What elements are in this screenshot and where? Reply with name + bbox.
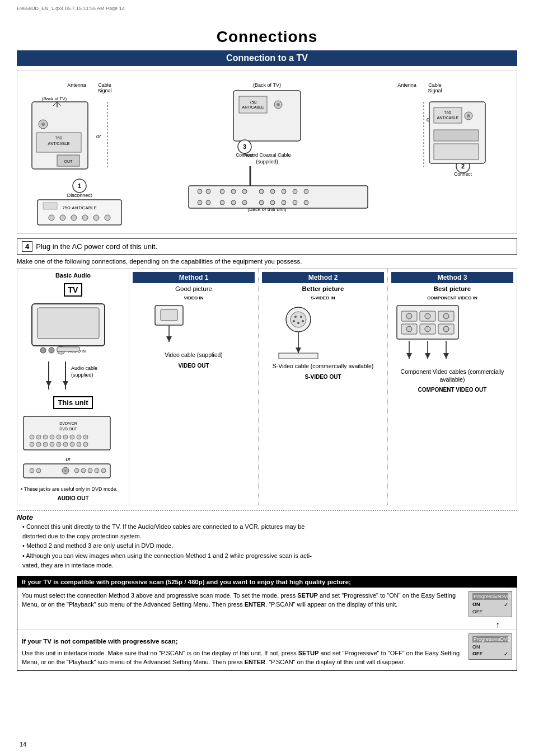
method3-output-label: COMPONENT VIDEO OUT	[391, 387, 513, 393]
svg-point-121	[81, 468, 86, 473]
svg-point-133	[293, 320, 295, 322]
svg-rect-86	[57, 347, 79, 351]
svg-text:(supplied): (supplied)	[71, 372, 93, 378]
svg-point-50	[198, 189, 202, 194]
note-line-4: • Although you can view images when usin…	[22, 552, 517, 560]
method1-header: Method 1	[133, 272, 255, 283]
svg-point-26	[105, 215, 110, 220]
svg-text:Signal: Signal	[97, 88, 111, 93]
svg-point-113	[83, 442, 88, 447]
svg-point-132	[300, 316, 302, 318]
svg-point-68	[293, 200, 297, 205]
svg-text:2: 2	[461, 163, 465, 170]
method3-input-label: COMPONENT VIDEO IN	[391, 295, 513, 300]
method3-quality: Best picture	[391, 285, 513, 292]
svg-text:DVD OUT: DVD OUT	[59, 427, 77, 431]
svg-point-22	[60, 215, 65, 220]
svg-point-104	[83, 435, 88, 439]
svg-marker-128	[166, 336, 172, 342]
svg-point-53	[231, 189, 236, 194]
menu1-on-check: ✓	[504, 602, 508, 608]
audio-cable-svg: Audio cable (supplied)	[21, 359, 116, 392]
svg-point-25	[93, 215, 99, 220]
svg-point-107	[43, 442, 48, 447]
svg-point-101	[63, 435, 68, 439]
svg-point-58	[293, 189, 297, 194]
svg-text:Cable: Cable	[428, 82, 442, 88]
svg-point-23	[71, 215, 77, 220]
svg-text:Signal: Signal	[428, 88, 442, 93]
svg-rect-27	[43, 203, 57, 209]
svg-point-61	[206, 200, 210, 205]
tv-label: TV	[64, 283, 83, 297]
method1-output-label: VIDEO OUT	[133, 363, 255, 369]
this-unit-device-svg: DVD/VCR DVD OUT	[21, 414, 116, 481]
diagram-antenna-label1: Antenna	[67, 82, 86, 88]
svg-marker-89	[46, 381, 51, 387]
arrow-indicator: ↑	[17, 621, 517, 630]
note-title: Note	[17, 513, 33, 522]
svg-point-130	[291, 312, 306, 327]
svg-point-116	[30, 468, 34, 473]
svg-text:Cable: Cable	[98, 82, 111, 88]
svg-point-66	[270, 200, 275, 205]
svg-point-57	[282, 189, 286, 194]
svg-marker-156	[425, 353, 430, 359]
prog-setup-bold: SETUP	[297, 592, 318, 599]
menu2-off-check: ✓	[504, 651, 508, 657]
svg-point-64	[242, 200, 247, 205]
svg-rect-49	[189, 186, 368, 208]
method2-input-label: S-VIDEO IN	[262, 295, 384, 300]
progressive-body-incompatible: If your TV is not compatible with progre…	[17, 630, 517, 670]
method3-component-svg	[391, 303, 464, 364]
svg-point-97	[36, 435, 41, 439]
audio-out-label: AUDIO OUT	[21, 495, 125, 501]
svg-rect-80	[38, 308, 99, 339]
page-number: 14	[20, 741, 26, 748]
jacks-note: • These jacks are useful only in DVD mod…	[21, 486, 125, 493]
svg-point-24	[82, 215, 88, 220]
note-line-3: • Method 2 and method 3 are only useful …	[22, 542, 517, 550]
method1-column: Method 1 Good picture VIDEO IN Video cab…	[129, 269, 259, 505]
svg-point-103	[77, 435, 81, 439]
svg-point-65	[259, 200, 264, 205]
svg-rect-126	[161, 309, 177, 321]
svg-text:or: or	[66, 456, 72, 462]
svg-text:ANT/CABLE: ANT/CABLE	[242, 105, 264, 109]
this-unit-label: This unit	[53, 396, 92, 409]
svg-point-52	[220, 189, 224, 194]
method2-column: Method 2 Better picture S-VIDEO IN	[259, 269, 388, 505]
svg-point-151	[443, 326, 449, 332]
svg-rect-138	[279, 353, 318, 359]
connection-diagram-svg: Antenna Cable Signal (Back of TV) 75Ω AN…	[26, 77, 508, 228]
svg-point-60	[198, 200, 202, 205]
method2-cable-label: S-Video cable (commercially available)	[262, 363, 384, 370]
note-line-1: • Connect this unit directly to the TV. …	[22, 523, 517, 531]
step4-instruction: 4 Plug in the AC power cord of this unit…	[17, 238, 517, 255]
progressive-compatible-text: You must select the connection Method 3 …	[22, 591, 463, 609]
svg-point-55	[259, 189, 264, 194]
svg-point-69	[304, 200, 308, 205]
svg-point-131	[294, 316, 297, 318]
svg-point-135	[302, 320, 304, 322]
method3-cable-label: Component Video cables (commercially ava…	[391, 368, 513, 383]
svg-text:Antenna: Antenna	[397, 82, 416, 88]
svg-point-106	[36, 442, 41, 447]
svg-point-117	[36, 468, 41, 473]
svg-text:(Back of TV): (Back of TV)	[42, 96, 67, 101]
prog-setup-bold2: SETUP	[298, 650, 319, 656]
svg-text:Audio cable: Audio cable	[71, 365, 97, 371]
progressive-menu-on: Progressive DVD ON ✓ OFF	[469, 591, 512, 617]
method2-quality: Better picture	[262, 285, 384, 292]
svg-text:OUT: OUT	[64, 159, 73, 163]
svg-point-147	[406, 326, 412, 332]
svg-text:(Back of TV): (Back of TV)	[253, 82, 281, 88]
svg-text:Connect: Connect	[454, 171, 472, 177]
svg-point-100	[57, 435, 61, 439]
svg-point-123	[95, 468, 99, 473]
method3-column: Method 3 Best picture COMPONENT VIDEO IN	[388, 269, 517, 505]
menu2-header-right: DVD	[500, 636, 511, 642]
method2-output-label: S-VIDEO OUT	[262, 374, 384, 380]
svg-point-67	[282, 200, 286, 205]
svg-marker-157	[443, 353, 449, 359]
